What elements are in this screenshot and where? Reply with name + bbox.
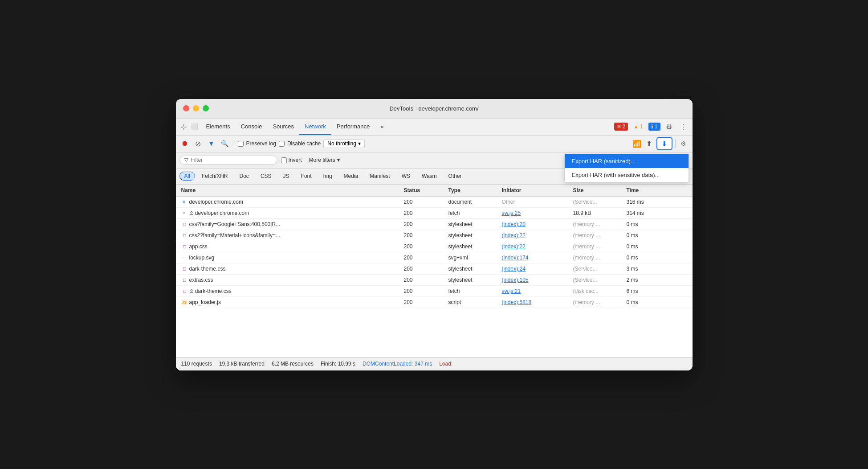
tab-performance[interactable]: Performance bbox=[331, 118, 375, 135]
more-filters-arrow-icon: ▾ bbox=[337, 157, 340, 163]
more-options-icon[interactable]: ⋮ bbox=[677, 121, 689, 132]
filter-input-wrapper[interactable]: ▽ bbox=[179, 156, 277, 165]
tab-bar: ⊹ ⬜ Elements Console Sources Network Per… bbox=[176, 119, 693, 136]
cell-status: 200 bbox=[402, 276, 447, 284]
export-sanitized-item[interactable]: Export HAR (sanitized)... bbox=[565, 154, 689, 168]
preserve-log-input[interactable] bbox=[238, 141, 244, 147]
cell-name: ◻ css2?family=Material+Icons&family=... bbox=[179, 231, 402, 240]
device-icon[interactable]: ⬜ bbox=[190, 122, 199, 131]
filter-font[interactable]: Font bbox=[296, 172, 317, 181]
table-row[interactable]: — lockup.svg 200 svg+xml (index):174 (me… bbox=[176, 252, 693, 263]
col-initiator[interactable]: Initiator bbox=[500, 186, 571, 194]
cell-time: 316 ms bbox=[625, 197, 669, 206]
settings-icon[interactable]: ⚙ bbox=[663, 121, 675, 132]
svg-icon: — bbox=[181, 255, 187, 261]
cell-size: 18.9 kB bbox=[571, 209, 625, 218]
more-filters-button[interactable]: More filters ▾ bbox=[306, 156, 343, 164]
cell-initiator[interactable]: (index):22 bbox=[500, 231, 571, 240]
error-badge[interactable]: ✕ 2 bbox=[614, 123, 628, 131]
table-row[interactable]: ◻ extras.css 200 stylesheet (index):105 … bbox=[176, 275, 693, 286]
filter-js[interactable]: JS bbox=[278, 172, 294, 181]
tab-network[interactable]: Network bbox=[299, 118, 331, 135]
table-row[interactable]: ◻ app.css 200 stylesheet (index):22 (mem… bbox=[176, 241, 693, 252]
table-row[interactable]: ≡ ⊙ developer.chrome.com 200 fetch sw.js… bbox=[176, 208, 693, 219]
cell-name: ◻ ⊙ dark-theme.css bbox=[179, 287, 402, 296]
download-button[interactable]: ⬇ bbox=[656, 137, 672, 150]
export-sensitive-item[interactable]: Export HAR (with sensitive data)... bbox=[565, 168, 689, 182]
filter-doc[interactable]: Doc bbox=[235, 172, 254, 181]
filter-other[interactable]: Other bbox=[444, 172, 467, 181]
disable-cache-checkbox[interactable]: Disable cache bbox=[279, 140, 321, 147]
filter-ws[interactable]: WS bbox=[397, 172, 415, 181]
cell-type: fetch bbox=[447, 209, 500, 218]
cell-initiator[interactable]: (index):5818 bbox=[500, 298, 571, 307]
inspect-icon[interactable]: ⊹ bbox=[179, 122, 188, 131]
cell-initiator[interactable]: (index):20 bbox=[500, 220, 571, 229]
filter-img[interactable]: Img bbox=[318, 172, 337, 181]
cell-initiator[interactable]: (index):105 bbox=[500, 276, 571, 284]
cell-status: 200 bbox=[402, 220, 447, 229]
doc-icon: ≡ bbox=[181, 210, 187, 216]
table-row[interactable]: ◻ ⊙ dark-theme.css 200 fetch sw.js:21 (d… bbox=[176, 286, 693, 297]
devtools-body: ⊹ ⬜ Elements Console Sources Network Per… bbox=[176, 119, 693, 370]
resources-size: 6.2 MB resources bbox=[272, 361, 314, 367]
maximize-button[interactable] bbox=[203, 105, 209, 111]
tab-elements[interactable]: Elements bbox=[201, 118, 236, 135]
filter-media[interactable]: Media bbox=[339, 172, 363, 181]
cell-size: (memory ... bbox=[571, 253, 625, 262]
search-icon[interactable]: 🔍 bbox=[220, 138, 230, 149]
cell-type: stylesheet bbox=[447, 220, 500, 229]
filter-wasm[interactable]: Wasm bbox=[417, 172, 442, 181]
wifi-icon[interactable]: 📶 bbox=[632, 138, 642, 149]
col-size[interactable]: Size bbox=[571, 186, 625, 194]
info-badge[interactable]: ℹ 1 bbox=[648, 123, 660, 131]
tab-more[interactable]: » bbox=[375, 118, 389, 135]
tab-console[interactable]: Console bbox=[236, 118, 268, 135]
cell-initiator[interactable]: (index):174 bbox=[500, 253, 571, 262]
col-name[interactable]: Name bbox=[179, 186, 402, 194]
invert-input[interactable] bbox=[281, 157, 287, 163]
cell-time: 0 ms bbox=[625, 242, 669, 251]
disable-cache-input[interactable] bbox=[279, 141, 285, 147]
filter-manifest[interactable]: Manifest bbox=[365, 172, 395, 181]
cell-time: 6 ms bbox=[625, 287, 669, 296]
cell-initiator[interactable]: (index):24 bbox=[500, 264, 571, 273]
table-row[interactable]: ≡ developer.chrome.com 200 document Othe… bbox=[176, 197, 693, 208]
record-button[interactable]: ⏺ bbox=[179, 138, 190, 149]
cell-initiator[interactable]: sw.js:25 bbox=[500, 209, 571, 218]
table-row[interactable]: ◻ css?family=Google+Sans:400,500|R... 20… bbox=[176, 219, 693, 230]
warning-badge[interactable]: ▲ 1 bbox=[631, 123, 646, 131]
col-type[interactable]: Type bbox=[447, 186, 500, 194]
clear-button[interactable]: ⊘ bbox=[193, 138, 204, 149]
upload-icon[interactable]: ⬆ bbox=[644, 138, 655, 149]
cell-initiator[interactable]: (index):22 bbox=[500, 242, 571, 251]
filter-all[interactable]: All bbox=[179, 172, 195, 181]
table-row[interactable]: ◻ dark-theme.css 200 stylesheet (index):… bbox=[176, 263, 693, 275]
close-button[interactable] bbox=[183, 105, 189, 111]
network-settings-icon[interactable]: ⚙ bbox=[678, 138, 689, 149]
filter-css[interactable]: CSS bbox=[256, 172, 277, 181]
invert-checkbox[interactable]: Invert bbox=[281, 157, 302, 163]
filter-icon[interactable]: ▼ bbox=[206, 138, 217, 149]
export-dropdown: Export HAR (sanitized)... Export HAR (wi… bbox=[564, 154, 689, 182]
col-status[interactable]: Status bbox=[402, 186, 447, 194]
cell-initiator[interactable]: sw.js:21 bbox=[500, 287, 571, 296]
cell-status: 200 bbox=[402, 242, 447, 251]
table-row[interactable]: ◻ css2?family=Material+Icons&family=... … bbox=[176, 230, 693, 241]
doc-icon: ≡ bbox=[181, 199, 187, 205]
invert-label-text: Invert bbox=[289, 157, 302, 163]
tab-sources[interactable]: Sources bbox=[267, 118, 299, 135]
cell-time: 2 ms bbox=[625, 276, 669, 284]
col-time[interactable]: Time bbox=[625, 186, 669, 194]
cell-type: stylesheet bbox=[447, 242, 500, 251]
minimize-button[interactable] bbox=[193, 105, 199, 111]
table-row[interactable]: JS app_loader.js 200 script (index):5818… bbox=[176, 297, 693, 308]
throttle-select[interactable]: No throttling ▾ bbox=[323, 139, 365, 148]
filter-fetch-xhr[interactable]: Fetch/XHR bbox=[197, 172, 233, 181]
preserve-log-label: Preserve log bbox=[246, 140, 276, 147]
cell-initiator: Other bbox=[500, 197, 571, 206]
cell-size: (memory ... bbox=[571, 242, 625, 251]
css-icon: ◻ bbox=[181, 221, 187, 227]
filter-input[interactable] bbox=[191, 157, 258, 163]
preserve-log-checkbox[interactable]: Preserve log bbox=[238, 140, 276, 147]
